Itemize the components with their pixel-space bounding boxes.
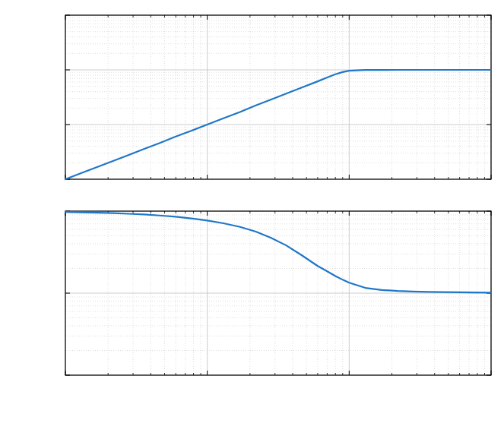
phase-plot [65,211,491,375]
series-phase [65,212,491,292]
magnitude-plot [65,15,491,179]
bode-plot [0,0,504,442]
